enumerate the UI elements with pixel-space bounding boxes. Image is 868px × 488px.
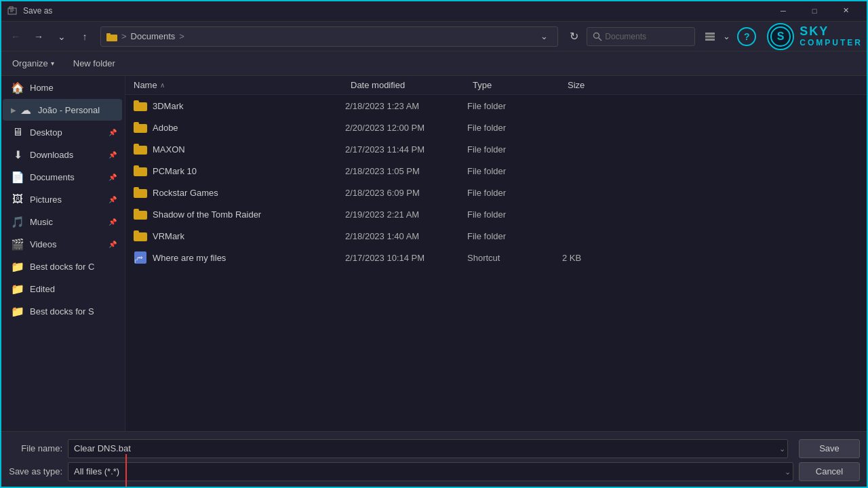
- cancel-button[interactable]: Cancel: [799, 462, 860, 481]
- sidebar-item-icon-best-docks-c: 📁: [11, 260, 24, 273]
- sidebar-item-icon-documents: 📄: [11, 170, 24, 184]
- sidebar-item-label-downloads: Downloads: [30, 150, 103, 160]
- folder-icon: [134, 121, 147, 134]
- table-row[interactable]: MAXON2/17/2023 11:44 PMFile folder: [125, 138, 868, 160]
- forward-button[interactable]: →: [28, 27, 49, 46]
- table-row[interactable]: PCMark 102/18/2023 1:05 PMFile folder: [125, 160, 868, 182]
- filename-row: File name: ⌄ Save: [8, 439, 860, 458]
- column-size-header[interactable]: Size: [568, 80, 622, 90]
- sidebar-item-label-edited: Edited: [30, 284, 117, 294]
- file-name-text: VRMark: [153, 231, 184, 241]
- filename-label: File name:: [8, 443, 62, 453]
- up-button[interactable]: ↑: [75, 27, 95, 46]
- sidebar-item-edited[interactable]: 📁Edited: [3, 278, 122, 300]
- sidebar-item-label-home: Home: [30, 83, 117, 93]
- view-mode-button[interactable]: [701, 27, 719, 46]
- sidebar-item-joao-personal[interactable]: ▶☁João - Personal: [3, 99, 122, 121]
- svg-rect-5: [106, 33, 111, 36]
- sidebar-item-home[interactable]: 🏠Home: [3, 77, 122, 98]
- help-button[interactable]: ?: [737, 27, 756, 46]
- sidebar-item-label-joao-personal: João - Personal: [38, 105, 117, 115]
- view-icons: ⌄: [701, 27, 732, 46]
- svg-point-6: [594, 33, 599, 38]
- sidebar-item-documents[interactable]: 📄Documents📌: [3, 166, 122, 188]
- title-bar-controls: ─ □ ✕: [768, 0, 861, 22]
- shortcut-icon-shape: ⇒: [134, 251, 146, 264]
- svg-line-7: [599, 37, 602, 41]
- table-row[interactable]: Shadow of the Tomb Raider2/19/2023 2:21 …: [125, 203, 868, 225]
- file-type-cell: File folder: [467, 231, 562, 241]
- logo-circle: S: [767, 23, 794, 50]
- saveastype-input-container: ⌄: [68, 462, 793, 481]
- header-area: ← → ⌄ ↑ > Documents > ⌄: [0, 22, 868, 76]
- column-date-header[interactable]: Date modified: [351, 80, 473, 90]
- table-row[interactable]: ⇒ Where are my files2/17/2023 10:14 PMSh…: [125, 247, 868, 268]
- sidebar-item-label-documents: Documents: [30, 172, 103, 182]
- file-name-text: Shadow of the Tomb Raider: [153, 209, 261, 220]
- close-button[interactable]: ✕: [830, 0, 861, 22]
- sidebar-item-downloads[interactable]: ⬇Downloads📌: [3, 144, 122, 165]
- file-area: Name ∧ Date modified Type Size 3DMark2/1…: [125, 76, 868, 488]
- file-date-cell: 2/17/2023 11:44 PM: [345, 144, 467, 155]
- main-content: 🏠Home▶☁João - Personal🖥Desktop📌⬇Download…: [0, 76, 868, 488]
- file-date-cell: 2/17/2023 10:14 PM: [345, 253, 467, 263]
- table-row[interactable]: 3DMark2/18/2023 1:23 AMFile folder: [125, 95, 868, 117]
- back-button[interactable]: ←: [5, 27, 26, 46]
- sidebar-item-best-docks-s[interactable]: 📁Best docks for S: [3, 300, 122, 322]
- maximize-button[interactable]: □: [799, 0, 830, 22]
- column-type-header[interactable]: Type: [473, 80, 568, 90]
- file-name-cell: PCMark 10: [134, 164, 345, 178]
- sidebar-item-icon-videos: 🎬: [11, 237, 24, 251]
- sidebar-item-label-best-docks-s: Best docks for S: [30, 306, 117, 317]
- sidebar-item-desktop[interactable]: 🖥Desktop📌: [3, 121, 122, 143]
- pin-icon: 📌: [108, 218, 117, 226]
- sidebar-item-icon-pictures: 🖼: [11, 192, 24, 206]
- new-folder-button[interactable]: New folder: [69, 56, 119, 71]
- file-type-cell: File folder: [467, 209, 562, 220]
- pin-icon: 📌: [108, 129, 117, 136]
- file-name-cell: MAXON: [134, 142, 345, 156]
- address-documents: Documents: [131, 31, 176, 41]
- address-bar[interactable]: > Documents > ⌄: [100, 26, 558, 47]
- sidebar-item-label-desktop: Desktop: [30, 127, 103, 138]
- file-name-cell: ⇒ Where are my files: [134, 251, 345, 264]
- sidebar-item-icon-edited: 📁: [11, 282, 24, 296]
- save-button[interactable]: Save: [799, 439, 860, 458]
- saveastype-input[interactable]: [68, 462, 793, 481]
- filename-input-container: ⌄: [68, 439, 788, 458]
- toolbar: ← → ⌄ ↑ > Documents > ⌄: [0, 22, 868, 52]
- pin-icon: 📌: [108, 241, 117, 248]
- sidebar-item-icon-downloads: ⬇: [11, 148, 24, 161]
- file-rows-container: 3DMark2/18/2023 1:23 AMFile folderAdobe2…: [125, 95, 868, 268]
- address-separator-1: >: [121, 31, 127, 41]
- logo-area: S SKY COMPUTER: [767, 23, 863, 50]
- column-name-header[interactable]: Name ∧: [134, 80, 351, 90]
- organize-button[interactable]: Organize ▾: [8, 56, 58, 71]
- sidebar-item-music[interactable]: 🎵Music📌: [3, 211, 122, 232]
- sidebar-item-videos[interactable]: 🎬Videos📌: [3, 233, 122, 255]
- folder-icon: [134, 186, 147, 199]
- sidebar-items: 🏠Home▶☁João - Personal🖥Desktop📌⬇Download…: [0, 77, 125, 322]
- pin-icon: 📌: [108, 151, 117, 159]
- filename-input[interactable]: [68, 439, 788, 458]
- sidebar-item-best-docks-c[interactable]: 📁Best docks for C: [3, 256, 122, 277]
- file-size-cell: 2 KB: [562, 253, 616, 263]
- sidebar-item-pictures[interactable]: 🖼Pictures📌: [3, 188, 122, 210]
- minimize-button[interactable]: ─: [768, 0, 799, 22]
- file-name-text: Rockstar Games: [153, 188, 218, 198]
- address-dropdown-button[interactable]: ⌄: [536, 28, 552, 45]
- recent-locations-button[interactable]: ⌄: [52, 27, 72, 46]
- search-bar[interactable]: Documents: [587, 27, 695, 46]
- refresh-button[interactable]: ↻: [564, 27, 584, 46]
- sidebar-item-label-music: Music: [30, 217, 103, 227]
- folder-small-icon: [106, 31, 117, 42]
- table-row[interactable]: VRMark2/18/2023 1:40 AMFile folder: [125, 225, 868, 247]
- folder-icon: [134, 207, 147, 221]
- table-row[interactable]: Rockstar Games2/18/2023 6:09 PMFile fold…: [125, 182, 868, 203]
- view-dropdown-button[interactable]: ⌄: [721, 27, 732, 46]
- file-date-cell: 2/18/2023 1:23 AM: [345, 101, 467, 111]
- file-type-cell: File folder: [467, 188, 562, 198]
- table-row[interactable]: Adobe2/20/2023 12:00 PMFile folder: [125, 117, 868, 138]
- sidebar-item-label-videos: Videos: [30, 239, 103, 249]
- dialog-title: Save as: [23, 6, 768, 16]
